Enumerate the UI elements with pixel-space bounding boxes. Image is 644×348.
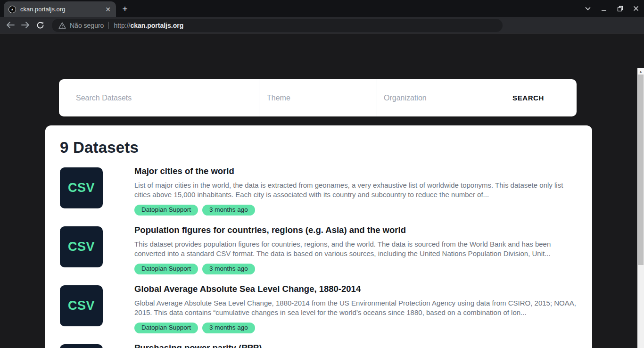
restore-button[interactable]: [615, 3, 625, 14]
dataset-description: Global Average Absolute Sea Level Change…: [134, 298, 578, 317]
search-datasets-input[interactable]: [76, 94, 249, 102]
datasets-results-card: 9 Datasets CSV Major cities of the world…: [45, 125, 592, 348]
browser-toolbar: Não seguro http:// ckan.portaljs.org C⋮: [0, 17, 644, 33]
dataset-list-item: CSV Purchasing power parity (PPP): [60, 343, 578, 348]
dataset-list-item: CSV Major cities of the world List of ma…: [60, 166, 578, 215]
new-tab-button[interactable]: +: [120, 4, 130, 14]
org-badge[interactable]: Datopian Support: [134, 323, 198, 333]
address-separator: [108, 22, 109, 29]
dataset-description: List of major cities in the world, the d…: [134, 181, 578, 199]
dataset-search-panel: SEARCH: [59, 79, 577, 116]
scrollbar-thumb[interactable]: [638, 75, 644, 265]
reload-icon[interactable]: [35, 20, 45, 30]
security-label: Não seguro: [70, 22, 104, 29]
csv-format-tile: CSV: [60, 226, 103, 267]
dataset-title-link[interactable]: Global Average Absolute Sea Level Change…: [134, 284, 578, 294]
dataset-title-link[interactable]: Population figures for countries, region…: [134, 225, 578, 235]
organization-input[interactable]: [384, 94, 503, 102]
csv-format-tile: CSV: [60, 167, 103, 208]
window-controls: [583, 0, 641, 17]
url-scheme: http://: [114, 22, 130, 29]
url-host: ckan.portaljs.org: [130, 22, 183, 29]
scroll-up-icon[interactable]: ▲: [637, 68, 644, 75]
minimize-button[interactable]: [599, 3, 609, 14]
dataset-title-link[interactable]: Major cities of the world: [134, 166, 578, 176]
updated-badge: 3 months ago: [202, 323, 255, 333]
dataset-title-link[interactable]: Purchasing power parity (PPP): [134, 343, 262, 348]
forward-icon[interactable]: [20, 20, 30, 30]
org-badge[interactable]: Datopian Support: [134, 205, 198, 215]
back-icon[interactable]: [5, 20, 15, 30]
theme-input[interactable]: [267, 94, 367, 102]
page-background: SEARCH 9 Datasets CSV Major cities of th…: [0, 34, 644, 348]
close-window-button[interactable]: [631, 3, 641, 14]
tab-title: ckan.portaljs.org: [20, 6, 104, 13]
org-badge[interactable]: Datopian Support: [134, 264, 198, 274]
page-scrollbar[interactable]: ▲ ▼: [637, 68, 644, 348]
tab-search-chevron-icon[interactable]: [583, 3, 593, 14]
dataset-list-item: CSV Population figures for countries, re…: [60, 225, 578, 274]
updated-badge: 3 months ago: [202, 205, 255, 215]
dataset-list-item: CSV Global Average Absolute Sea Level Ch…: [60, 284, 578, 333]
dataset-description: This dataset provides population figures…: [134, 240, 578, 258]
tab-close-icon[interactable]: ✕: [104, 5, 112, 14]
site-favicon-icon: ▲: [8, 6, 16, 13]
tab-strip: ▲ ckan.portaljs.org ✕ +: [0, 0, 644, 17]
csv-format-tile: CSV: [60, 285, 103, 326]
results-heading: 9 Datasets: [60, 139, 578, 157]
browser-tab[interactable]: ▲ ckan.portaljs.org ✕: [4, 1, 116, 17]
csv-format-tile: CSV: [60, 344, 103, 348]
search-button[interactable]: SEARCH: [503, 94, 577, 102]
not-secure-warning-icon: [58, 22, 66, 29]
address-bar[interactable]: Não seguro http:// ckan.portaljs.org: [52, 19, 503, 32]
updated-badge: 3 months ago: [202, 264, 255, 274]
